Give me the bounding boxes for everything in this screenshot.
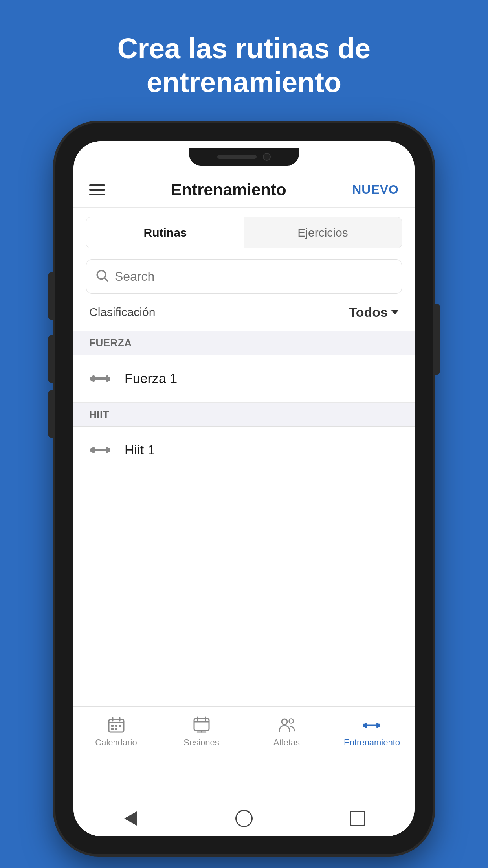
item-name-fuerza1: Fuerza 1 bbox=[125, 371, 177, 386]
item-name-hiit1: Hiit 1 bbox=[125, 442, 155, 458]
svg-point-28 bbox=[289, 719, 293, 723]
dumbbell-icon bbox=[89, 438, 113, 462]
nav-label-calendario: Calendario bbox=[95, 737, 137, 748]
phone-screen: Entrenamiento NUEVO Rutinas Ejercicios bbox=[73, 141, 415, 836]
sessions-icon bbox=[191, 716, 212, 734]
list-item[interactable]: Fuerza 1 bbox=[73, 355, 415, 403]
section-header-fuerza: FUERZA bbox=[73, 331, 415, 355]
nav-label-atletas: Atletas bbox=[273, 737, 300, 748]
home-indicator-area bbox=[73, 777, 415, 801]
page-title: Crea las rutinas de entrenamiento bbox=[0, 0, 488, 123]
athletes-icon bbox=[277, 716, 297, 734]
nav-item-entrenamiento[interactable]: Entrenamiento bbox=[329, 713, 415, 751]
svg-rect-11 bbox=[107, 448, 110, 452]
dumbbell-icon bbox=[89, 367, 113, 390]
nav-item-atletas[interactable]: Atletas bbox=[244, 713, 329, 751]
svg-rect-17 bbox=[115, 725, 117, 727]
svg-rect-3 bbox=[92, 375, 95, 382]
svg-rect-8 bbox=[92, 447, 95, 453]
section-header-hiit: HIIT bbox=[73, 403, 415, 427]
back-button[interactable] bbox=[121, 809, 140, 828]
svg-rect-4 bbox=[95, 377, 107, 380]
search-input[interactable] bbox=[86, 259, 402, 294]
chevron-down-icon bbox=[391, 310, 399, 314]
filter-todos-button[interactable]: Todos bbox=[349, 305, 399, 320]
svg-rect-33 bbox=[377, 724, 380, 727]
calendar-icon bbox=[106, 716, 127, 734]
status-bar bbox=[73, 141, 415, 173]
svg-rect-21 bbox=[194, 719, 209, 730]
section-hiit: HIIT Hiit 1 bbox=[73, 403, 415, 474]
training-icon bbox=[362, 716, 382, 734]
app-content: Entrenamiento NUEVO Rutinas Ejercicios bbox=[73, 173, 415, 836]
new-button[interactable]: NUEVO bbox=[352, 182, 399, 197]
notch bbox=[189, 148, 299, 166]
bottom-nav: Calendario Sesiones bbox=[73, 706, 415, 777]
app-header: Entrenamiento NUEVO bbox=[73, 173, 415, 208]
tab-rutinas[interactable]: Rutinas bbox=[86, 217, 244, 248]
svg-rect-16 bbox=[111, 725, 114, 727]
list-item[interactable]: Hiit 1 bbox=[73, 427, 415, 474]
front-camera bbox=[263, 153, 271, 161]
header-title: Entrenamiento bbox=[171, 180, 286, 199]
svg-rect-30 bbox=[365, 723, 367, 728]
tabs-container: Rutinas Ejercicios bbox=[86, 217, 402, 248]
search-icon bbox=[95, 269, 109, 284]
svg-line-1 bbox=[105, 278, 108, 281]
classification-label: Clasificación bbox=[89, 305, 155, 319]
speaker bbox=[217, 155, 257, 159]
bottom-gestures bbox=[73, 801, 415, 836]
recents-button[interactable] bbox=[348, 809, 367, 828]
nav-label-sesiones: Sesiones bbox=[183, 737, 219, 748]
search-container bbox=[86, 259, 402, 294]
svg-rect-9 bbox=[95, 449, 107, 451]
svg-rect-20 bbox=[115, 728, 117, 730]
svg-rect-6 bbox=[107, 377, 110, 381]
home-button[interactable] bbox=[234, 809, 254, 828]
nav-item-sesiones[interactable]: Sesiones bbox=[159, 713, 244, 751]
filter-todos-label: Todos bbox=[349, 305, 388, 320]
phone-mockup: Entrenamiento NUEVO Rutinas Ejercicios bbox=[55, 123, 433, 854]
section-fuerza: FUERZA Fuerza 1 bbox=[73, 331, 415, 403]
svg-point-27 bbox=[282, 719, 287, 725]
tab-ejercicios[interactable]: Ejercicios bbox=[244, 217, 402, 248]
nav-label-entrenamiento: Entrenamiento bbox=[344, 737, 400, 748]
svg-rect-19 bbox=[111, 728, 114, 730]
nav-item-calendario[interactable]: Calendario bbox=[73, 713, 159, 751]
classification-row: Clasificación Todos bbox=[73, 294, 415, 331]
menu-icon[interactable] bbox=[89, 184, 105, 195]
svg-rect-18 bbox=[119, 725, 121, 727]
svg-rect-31 bbox=[367, 724, 377, 726]
